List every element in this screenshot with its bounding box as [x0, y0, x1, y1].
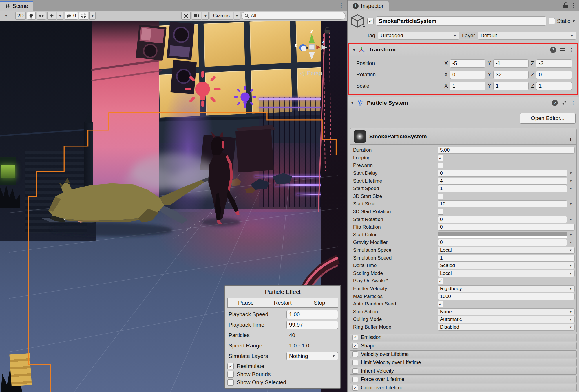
help-icon[interactable]: ? [550, 47, 556, 53]
caret-down-icon[interactable]: ▼ [567, 233, 575, 237]
scene-lock-icon[interactable] [325, 27, 330, 34]
module-checkbox[interactable]: ✓ [352, 343, 358, 349]
transform-value-field[interactable]: 1 [493, 82, 529, 90]
inspector-menu-kebab-icon[interactable]: ⋮ [571, 0, 577, 11]
property-checkbox[interactable]: ✓ [438, 209, 443, 215]
transform-value-field[interactable]: 0 [450, 71, 485, 79]
transform-value-field[interactable]: 0 [536, 71, 572, 79]
transform-value-field[interactable]: 1 [450, 82, 485, 90]
add-particle-system-icon[interactable]: + [569, 136, 573, 144]
foldout-caret-icon[interactable]: ▼ [352, 48, 356, 52]
pause-button[interactable]: Pause [227, 298, 264, 308]
scene-viewport[interactable]: y x z ◁ Persp Particle Effect PauseResta… [0, 21, 347, 392]
transform-value-field[interactable]: 32 [493, 71, 529, 79]
scene-tools-button[interactable] [181, 12, 191, 20]
inspector-lock-icon[interactable] [563, 2, 568, 8]
module-checkbox[interactable]: ✓ [352, 335, 358, 340]
panel-checkbox[interactable]: ✓ [227, 363, 234, 369]
effects-toggle-button[interactable] [47, 12, 56, 20]
layer-dropdown[interactable]: Default ▼ [478, 32, 576, 40]
property-checkbox[interactable]: ✓ [438, 301, 443, 307]
property-checkbox[interactable]: ✓ [438, 163, 443, 168]
static-caret-icon[interactable]: ▼ [572, 19, 576, 23]
module-bar-shape[interactable]: ✓Shape [350, 342, 577, 349]
gizmos-dropdown-caret[interactable]: ▼ [234, 12, 240, 20]
caret-down-icon[interactable]: ▼ [567, 171, 575, 175]
module-bar-velocity-over-lifetime[interactable]: ✓Velocity over Lifetime [350, 350, 577, 358]
panel-dropdown[interactable]: Nothing▼ [286, 352, 338, 360]
module-checkbox[interactable]: ✓ [352, 351, 358, 357]
static-checkbox[interactable]: ✓ [549, 18, 555, 24]
tab-inspector[interactable]: i Inspector [348, 1, 389, 11]
gameobject-name-field[interactable]: SmokeParticleSystem [376, 16, 546, 26]
gizmos-button[interactable]: Gizmos [210, 12, 233, 20]
purple-light-gizmo[interactable] [234, 86, 256, 108]
effects-dropdown-caret[interactable]: ▼ [57, 12, 63, 20]
start-color-swatch[interactable] [438, 232, 567, 238]
property-dropdown[interactable]: None▼ [438, 308, 575, 315]
axis-x-label[interactable]: x [322, 39, 325, 44]
gameobject-cube-icon[interactable]: ▼ [350, 14, 365, 29]
scene-search-input[interactable]: All [241, 12, 346, 20]
draw-mode-caret[interactable]: ▼ [2, 12, 10, 20]
red-light-gizmo[interactable] [185, 71, 221, 107]
axis-z-label[interactable]: z [295, 43, 297, 48]
kebab-menu-icon[interactable]: ⋮ [569, 47, 574, 53]
panel-field[interactable]: 1.00 [286, 310, 338, 319]
caret-down-icon[interactable]: ▼ [567, 187, 575, 191]
gameobject-active-checkbox[interactable]: ✓ [367, 18, 374, 24]
grid-dropdown-caret[interactable]: ▼ [89, 12, 96, 20]
property-checkbox[interactable]: ✓ [438, 194, 443, 199]
property-field[interactable]: 0 [438, 224, 575, 231]
property-dropdown[interactable]: Local▼ [438, 270, 575, 277]
caret-down-icon[interactable]: ▼ [567, 240, 575, 244]
property-field[interactable]: 0 [438, 239, 567, 246]
caret-down-icon[interactable]: ▼ [567, 202, 575, 206]
perspective-indicator[interactable]: ◁ Persp [300, 70, 322, 77]
module-bar-color-over-lifetime[interactable]: ✓Color over Lifetime [350, 384, 577, 391]
open-editor-button[interactable]: Open Editor... [520, 113, 576, 124]
transform-value-field[interactable]: -3 [536, 59, 572, 68]
property-field[interactable]: 1000 [438, 293, 575, 300]
grid-toggle-button[interactable] [79, 12, 88, 20]
property-field[interactable]: 10 [438, 200, 567, 207]
property-dropdown[interactable]: Local▼ [438, 247, 575, 254]
property-field[interactable]: 0 [438, 216, 567, 223]
scene-panel-menu-kebab-icon[interactable]: ⋮ [335, 0, 347, 11]
property-dropdown[interactable]: Rigidbody▼ [438, 285, 575, 292]
panel-checkbox[interactable]: ✓ [227, 379, 234, 386]
presets-icon[interactable] [561, 100, 567, 106]
axis-y-label[interactable]: y [310, 28, 313, 33]
property-dropdown[interactable]: Scaled▼ [438, 262, 575, 269]
transform-value-field[interactable]: -5 [450, 59, 485, 68]
property-field[interactable]: 1 [438, 255, 575, 262]
module-checkbox[interactable]: ✓ [352, 377, 358, 382]
particle-module-header[interactable]: SmokeParticleSystem + [350, 128, 576, 145]
caret-down-icon[interactable]: ▼ [567, 179, 575, 183]
particle-system-header[interactable]: ▼ Particle System ? ⋮ [348, 97, 579, 109]
property-checkbox[interactable]: ✓ [438, 278, 443, 284]
module-checkbox[interactable]: ✓ [352, 385, 358, 391]
property-checkbox[interactable]: ✓ [438, 155, 443, 161]
tab-scene[interactable]: Scene [0, 1, 33, 11]
restart-button[interactable]: Restart [264, 298, 301, 308]
help-icon[interactable]: ? [552, 100, 558, 106]
property-dropdown[interactable]: Automatic▼ [438, 316, 575, 323]
module-bar-inherit-velocity[interactable]: ✓Inherit Velocity [350, 367, 577, 375]
scene-camera-button[interactable] [192, 12, 201, 20]
transform-value-field[interactable]: 1 [536, 82, 572, 90]
property-field[interactable]: 1 [438, 185, 567, 192]
panel-field[interactable]: 99.97 [286, 321, 338, 329]
tag-dropdown[interactable]: Untagged ▼ [378, 32, 459, 40]
transform-header[interactable]: ▼ Transform ? ⋮ [349, 44, 577, 56]
property-field[interactable]: 5.00 [438, 147, 575, 154]
2d-toggle-button[interactable]: 2D [15, 12, 26, 20]
presets-icon[interactable] [560, 47, 565, 53]
caret-down-icon[interactable]: ▼ [567, 218, 575, 222]
hidden-objects-button[interactable]: 0 [65, 12, 78, 20]
panel-checkbox[interactable]: ✓ [227, 371, 234, 378]
kebab-menu-icon[interactable]: ⋮ [571, 100, 576, 106]
camera-dropdown-caret[interactable]: ▼ [202, 12, 209, 20]
module-bar-force-over-lifetime[interactable]: ✓Force over Lifetime [350, 376, 577, 383]
module-bar-limit-velocity-over-lifetime[interactable]: ✓Limit Velocity over Lifetime [350, 359, 577, 366]
